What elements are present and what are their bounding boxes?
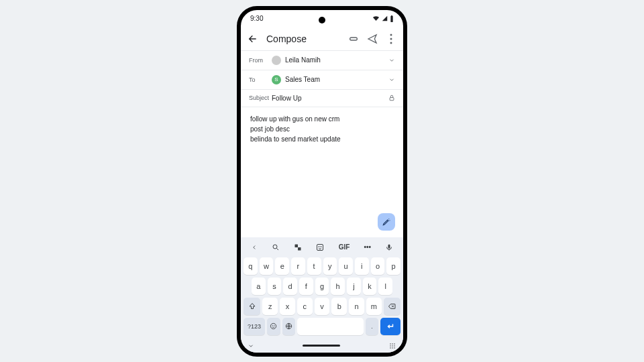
svg-point-3 [390,42,392,44]
key-t[interactable]: t [307,257,321,275]
kb-more-icon[interactable]: ••• [364,243,372,251]
gif-button[interactable]: GIF [339,243,350,251]
key-d[interactable]: d [283,278,297,295]
camera-hole [319,17,325,23]
key-p[interactable]: p [386,257,400,275]
from-label: From [249,57,272,64]
key-y[interactable]: y [323,257,337,275]
svg-point-1 [390,34,392,36]
backspace-key[interactable] [384,298,400,315]
svg-point-16 [390,343,391,345]
key-j[interactable]: j [347,278,361,295]
key-m[interactable]: m [366,298,382,315]
key-c[interactable]: c [297,298,313,315]
body-line: post job desc [250,124,394,134]
svg-point-10 [321,246,321,247]
space-key[interactable] [297,318,363,335]
sticker-icon[interactable] [316,243,324,251]
key-w[interactable]: w [260,257,274,275]
emoji-key[interactable] [267,318,280,335]
key-s[interactable]: s [268,278,282,295]
keyboard-grid-icon[interactable] [388,342,396,350]
subject-value: Follow Up [272,95,301,102]
status-time: 9:30 [250,15,263,22]
signal-icon [382,15,388,21]
ai-compose-button[interactable] [378,213,395,231]
key-h[interactable]: h [331,278,345,295]
svg-point-5 [273,245,277,249]
home-indicator[interactable] [303,345,340,347]
send-icon[interactable] [367,34,378,44]
svg-point-22 [390,347,391,349]
to-name: Sales Team [285,76,320,83]
key-l[interactable]: l [378,278,392,295]
period-key[interactable]: . [366,318,379,335]
globe-key[interactable] [282,318,296,335]
kb-chevron-left-icon[interactable] [251,244,258,251]
svg-point-20 [392,345,393,347]
key-n[interactable]: n [349,298,364,315]
svg-point-17 [392,343,393,345]
back-icon[interactable] [248,34,258,44]
phone-frame: 9:30 Compose From Leila Namih To S Sales… [237,6,407,357]
lock-icon [388,95,395,101]
shift-key[interactable] [244,298,260,315]
key-e[interactable]: e [275,257,289,275]
svg-point-24 [394,347,395,349]
key-v[interactable]: v [315,298,330,315]
subject-label: Subject [249,95,272,101]
svg-rect-0 [350,38,358,40]
svg-point-12 [271,323,276,328]
to-row[interactable]: To S Sales Team [241,70,403,90]
key-b[interactable]: b [331,298,347,315]
svg-point-9 [319,246,319,247]
battery-icon [390,15,394,22]
key-o[interactable]: o [371,257,385,275]
attach-icon[interactable] [348,34,359,44]
svg-rect-8 [317,244,323,250]
svg-rect-7 [298,247,301,251]
key-f[interactable]: f [299,278,313,295]
key-r[interactable]: r [291,257,305,275]
to-avatar: S [272,75,281,84]
from-name: Leila Namih [285,56,321,64]
from-avatar [272,56,281,65]
search-icon[interactable] [272,243,280,251]
key-a[interactable]: a [252,278,266,295]
chevron-down-icon [388,76,395,83]
email-body[interactable]: follow up with gus on new crm post job d… [241,107,403,237]
translate-icon[interactable] [294,243,302,251]
keyboard: GIF ••• qwertyuiop asdfghjkl zxcvbnm ?12… [241,237,403,339]
mic-icon[interactable] [385,243,393,251]
svg-rect-4 [390,98,394,101]
key-q[interactable]: q [244,257,258,275]
svg-point-19 [390,345,391,347]
app-bar: Compose [241,27,403,50]
more-icon[interactable] [386,34,396,44]
svg-point-2 [390,38,392,40]
key-g[interactable]: g [315,278,329,295]
enter-key[interactable] [380,318,400,335]
body-line: belinda to send market update [250,134,394,144]
from-row[interactable]: From Leila Namih [241,51,403,70]
nav-bar [241,339,403,353]
pencil-sparkle-icon [382,217,391,227]
page-title: Compose [266,34,340,44]
key-x[interactable]: x [280,298,295,315]
symbols-key[interactable]: ?123 [244,318,265,335]
svg-rect-6 [295,244,299,247]
wifi-icon [372,15,380,21]
svg-rect-11 [388,244,390,248]
key-u[interactable]: u [339,257,353,275]
svg-point-21 [394,345,395,347]
key-i[interactable]: i [355,257,369,275]
to-label: To [249,76,272,83]
key-k[interactable]: k [363,278,377,295]
body-line: follow up with gus on new crm [250,114,394,124]
subject-row[interactable]: Subject Follow Up [241,90,403,107]
svg-point-23 [392,347,393,349]
key-z[interactable]: z [262,298,278,315]
collapse-icon[interactable] [248,343,254,349]
svg-point-18 [394,343,395,345]
chevron-down-icon [388,57,395,64]
